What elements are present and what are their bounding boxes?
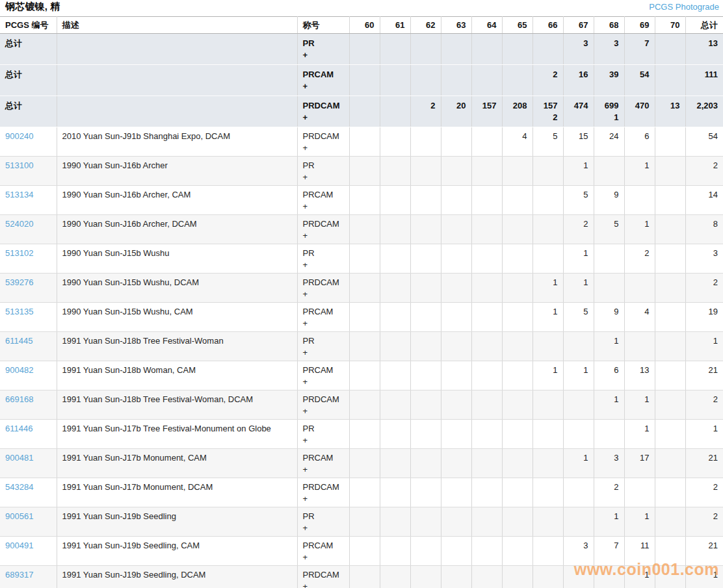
grade-64-cell	[471, 127, 502, 157]
description-cell: 1990 Yuan Sun-J15b Wushu, CAM	[57, 303, 297, 332]
grade-62-cell	[410, 127, 441, 157]
row-total-cell: 13	[685, 34, 723, 65]
designation-cell: PR+	[297, 244, 349, 274]
grade-70-cell	[655, 332, 685, 361]
grade-65-cell	[502, 420, 532, 449]
col-header-pcgs-number: PCGS 编号	[0, 17, 57, 34]
grade-63-cell: 20	[441, 96, 471, 127]
row-total-cell: 21	[685, 537, 723, 566]
grade-60-cell	[349, 34, 380, 65]
grade-62-cell	[410, 361, 441, 390]
pcgs-number-cell: 689317	[0, 566, 57, 588]
description-cell	[57, 96, 297, 127]
pcgs-number-cell: 513135	[0, 303, 57, 332]
grade-62-cell	[410, 420, 441, 449]
grade-60-cell	[349, 332, 380, 361]
pcgs-number-link[interactable]: 539276	[5, 277, 33, 287]
pcgs-number-link[interactable]: 513134	[5, 190, 33, 199]
designation-label: PRDCAM	[303, 131, 344, 142]
grade-67-cell: 1	[563, 244, 594, 274]
grade-65-cell	[502, 537, 532, 566]
grade-63-cell	[441, 478, 471, 507]
grade-64-cell	[471, 449, 502, 478]
pcgs-photograde-link[interactable]: PCGS Photograde	[649, 2, 719, 12]
grade-70-cell	[655, 157, 685, 186]
grade-68-cell	[594, 157, 624, 186]
grade-61-cell	[380, 244, 410, 274]
pcgs-number-link[interactable]: 900482	[5, 365, 33, 375]
designation-label: PRDCAM	[303, 481, 344, 493]
pcgs-number-link[interactable]: 669168	[5, 394, 33, 404]
grade-60-cell	[349, 186, 380, 215]
grade-65-cell	[502, 244, 532, 274]
designation-label: PRCAM	[303, 540, 344, 552]
grade-63-cell	[441, 449, 471, 478]
grade-60-cell	[349, 566, 380, 588]
pcgs-number-link[interactable]: 611445	[5, 336, 33, 346]
summary-total-label-cell: 总计	[0, 34, 57, 65]
grade-70-cell	[655, 420, 685, 449]
grade-69-cell: 1	[624, 420, 655, 449]
grade-70-cell	[655, 244, 685, 274]
grade-70-cell	[655, 478, 685, 507]
grade-62-cell	[410, 449, 441, 478]
grade-66-cell	[532, 157, 563, 186]
col-header-67: 67	[563, 17, 594, 34]
grade-65-cell	[502, 478, 532, 507]
col-header-65: 65	[502, 17, 532, 34]
grade-69-cell: 17	[624, 449, 655, 478]
grade-65-cell	[502, 65, 532, 96]
grade-66-cell	[532, 244, 563, 274]
designation-label: PRDCAM	[303, 100, 344, 112]
pcgs-number-link[interactable]: 900491	[5, 541, 33, 550]
table-row: 5131001990 Yuan Sun-J16b ArcherPR+112	[0, 157, 723, 186]
table-row: 5131341990 Yuan Sun-J16b Archer, CAMPRCA…	[0, 186, 723, 215]
grade-62-cell	[410, 34, 441, 65]
grade-64-cell	[471, 157, 502, 186]
pcgs-number-link[interactable]: 513100	[5, 160, 33, 170]
grade-66-cell: 1572	[532, 96, 563, 127]
pcgs-number-link[interactable]: 524020	[5, 219, 33, 229]
grade-66-cell: 1	[532, 303, 563, 332]
pcgs-number-link[interactable]: 611446	[5, 424, 33, 433]
designation-label: PRCAM	[303, 69, 344, 81]
pcgs-number-link[interactable]: 900561	[5, 511, 33, 521]
grade-68-cell: 24	[594, 127, 624, 157]
grade-69-cell	[624, 186, 655, 215]
grade-67-cell: 5	[563, 303, 594, 332]
grade-64-cell	[471, 244, 502, 274]
grade-61-cell	[380, 537, 410, 566]
pcgs-number-link[interactable]: 513102	[5, 248, 33, 258]
grade-63-cell	[441, 274, 471, 303]
grade-69-cell: 4	[624, 303, 655, 332]
pcgs-number-link[interactable]: 543284	[5, 482, 33, 492]
grade-60-cell	[349, 507, 380, 537]
grade-68-cell: 1	[594, 507, 624, 537]
pcgs-number-cell: 900561	[0, 507, 57, 537]
grade-66-cell: 5	[532, 127, 563, 157]
row-total-cell: 54	[685, 127, 723, 157]
pcgs-number-link[interactable]: 513135	[5, 307, 33, 316]
grade-68-cell: 39	[594, 65, 624, 96]
designation-cell: PR+	[297, 332, 349, 361]
plus-sign: +	[303, 318, 344, 329]
designation-label: PRCAM	[303, 306, 344, 318]
row-total-cell: 111	[685, 65, 723, 96]
grade-64-cell	[471, 507, 502, 537]
col-header-69: 69	[624, 17, 655, 34]
designation-cell: PR+	[297, 34, 349, 65]
grade-61-cell	[380, 96, 410, 127]
grade-62-cell	[410, 65, 441, 96]
designation-cell: PRCAM+	[297, 449, 349, 478]
description-cell: 1990 Yuan Sun-J15b Wushu, DCAM	[57, 274, 297, 303]
table-row: 6691681991 Yuan Sun-J18b Tree Festival-W…	[0, 390, 723, 420]
grade-66-cell: 2	[532, 65, 563, 96]
pcgs-number-link[interactable]: 900481	[5, 453, 33, 463]
pcgs-number-link[interactable]: 689317	[5, 570, 33, 580]
plus-sign: +	[303, 581, 344, 588]
designation-cell: PRDCAM+	[297, 274, 349, 303]
pcgs-number-cell: 611445	[0, 332, 57, 361]
pcgs-number-link[interactable]: 900240	[5, 131, 33, 141]
grade-65-cell	[502, 361, 532, 390]
row-total-cell: 14	[685, 186, 723, 215]
